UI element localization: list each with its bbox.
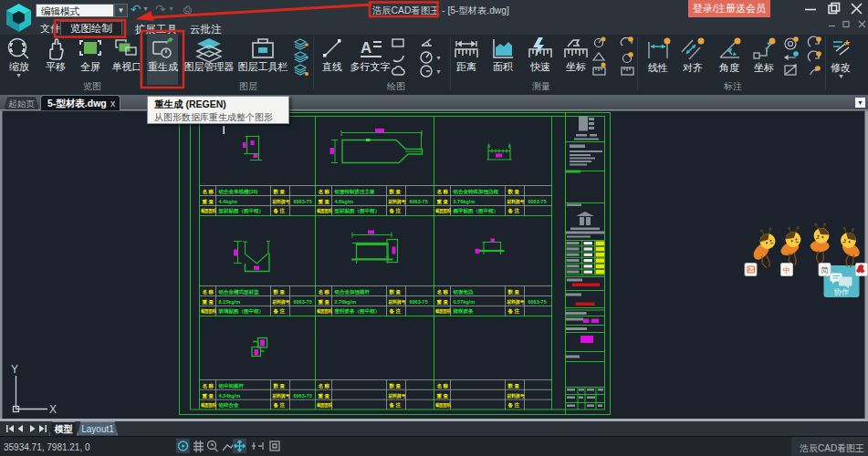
svg-text:名 称: 名 称: [202, 289, 214, 295]
svg-text:名 称: 名 称: [318, 383, 330, 389]
svg-text:6063-75: 6063-75: [410, 199, 428, 204]
svg-text:中: 中: [783, 265, 791, 275]
svg-text:6063-75: 6063-75: [410, 299, 428, 305]
svg-text:玻璃贴图（图中框）: 玻璃贴图（图中框）: [218, 308, 265, 315]
svg-text:Y: Y: [11, 363, 18, 376]
svg-text:重 量: 重 量: [202, 199, 214, 204]
svg-text:材料牌号: 材料牌号: [507, 199, 525, 205]
svg-text:简: 简: [821, 265, 829, 275]
svg-text:型材贴图（图中框）: 型材贴图（图中框）: [334, 208, 381, 214]
svg-text:重 量: 重 量: [318, 299, 330, 305]
svg-text:材料牌号: 材料牌号: [388, 299, 406, 306]
svg-text:重 量: 重 量: [202, 299, 214, 305]
svg-text:铝合金特殊加强边框: 铝合金特殊加强边框: [453, 189, 499, 195]
svg-text:0.57kg/m: 0.57kg/m: [454, 299, 476, 305]
svg-text:名 称: 名 称: [436, 189, 449, 195]
svg-text:6063-75: 6063-75: [528, 299, 547, 305]
svg-text:截面面积: 截面面积: [201, 308, 216, 315]
svg-text:名 称: 名 称: [202, 383, 214, 389]
svg-text:名 称: 名 称: [202, 189, 214, 195]
svg-text:备 注: 备 注: [507, 208, 520, 214]
svg-text:2.76kg/m: 2.76kg/m: [335, 299, 357, 305]
svg-text:截面面积: 截面面积: [317, 402, 332, 409]
svg-text:备 注: 备 注: [273, 308, 286, 315]
svg-text:4.34kg/m: 4.34kg/m: [219, 393, 241, 399]
svg-text:截面面积: 截面面积: [435, 208, 451, 214]
svg-text:材料牌号: 材料牌号: [507, 393, 525, 399]
svg-text:数 量: 数 量: [389, 189, 402, 194]
svg-text:材料牌号: 材料牌号: [388, 393, 406, 399]
svg-text:数 量: 数 量: [389, 383, 402, 389]
svg-text:铝锌合金: 铝锌合金: [218, 402, 240, 409]
svg-text:铝合金单线槽(38): 铝合金单线槽(38): [218, 189, 258, 195]
svg-text:重 量: 重 量: [436, 199, 449, 204]
svg-text:截面面积: 截面面积: [317, 208, 332, 214]
svg-text:备 注: 备 注: [273, 208, 286, 214]
svg-text:6063-75: 6063-75: [528, 199, 547, 204]
svg-text:数 量: 数 量: [273, 383, 286, 389]
svg-text:材料牌号: 材料牌号: [272, 299, 290, 306]
svg-text:型材贴图（图中框）: 型材贴图（图中框）: [218, 208, 265, 214]
svg-text:数 量: 数 量: [389, 289, 402, 295]
svg-text:6063-75: 6063-75: [294, 199, 312, 204]
svg-text:备 注: 备 注: [389, 208, 402, 214]
svg-text:材料牌号: 材料牌号: [272, 393, 290, 399]
svg-text:截面面积: 截面面积: [435, 308, 451, 315]
svg-text:4.4kg/m: 4.4kg/m: [219, 199, 238, 204]
svg-text:4.6kg/m: 4.6kg/m: [335, 199, 354, 204]
svg-text:数 量: 数 量: [507, 289, 520, 295]
svg-text:6063-75: 6063-75: [294, 299, 312, 305]
svg-text:截面面积: 截面面积: [201, 208, 216, 214]
svg-text:材料牌号: 材料牌号: [388, 199, 406, 205]
svg-text:名 称: 名 称: [436, 383, 449, 389]
svg-text:密封胶条（图中框）: 密封胶条（图中框）: [335, 308, 381, 315]
svg-text:铝中间横杆: 铝中间横杆: [218, 383, 245, 389]
svg-text:名 称: 名 称: [318, 189, 330, 195]
svg-text:备 注: 备 注: [389, 308, 402, 315]
svg-text:材料牌号: 材料牌号: [507, 299, 525, 306]
svg-text:椭字贴图（图中框）: 椭字贴图（图中框）: [453, 208, 499, 214]
svg-text:数 量: 数 量: [273, 289, 286, 295]
svg-text:截面面积: 截面面积: [435, 402, 451, 409]
svg-text:备 注: 备 注: [389, 402, 402, 409]
svg-text:名 称: 名 称: [318, 289, 330, 295]
svg-text:数 量: 数 量: [507, 383, 520, 389]
svg-text:牌嵌胶条: 牌嵌胶条: [453, 308, 475, 315]
svg-text:名 称: 名 称: [436, 289, 449, 295]
svg-text:X: X: [49, 403, 57, 416]
svg-text:铝合金加强横杆: 铝合金加强横杆: [334, 289, 371, 295]
svg-text:重 量: 重 量: [202, 393, 214, 399]
svg-text:重 量: 重 量: [318, 393, 330, 399]
svg-text:备 注: 备 注: [273, 402, 286, 409]
svg-text:备 注: 备 注: [507, 402, 520, 409]
svg-text:数 量: 数 量: [507, 189, 520, 194]
svg-text:数 量: 数 量: [273, 189, 286, 194]
svg-text:重 量: 重 量: [436, 299, 449, 305]
svg-text:铝合金槽式型材盖: 铝合金槽式型材盖: [218, 289, 260, 295]
svg-text:截面面积: 截面面积: [317, 308, 332, 315]
svg-text:材料牌号: 材料牌号: [272, 199, 290, 205]
svg-text:6063-75: 6063-75: [294, 393, 312, 399]
svg-text:协作: 协作: [834, 287, 850, 296]
svg-text:截面面积: 截面面积: [201, 402, 216, 409]
svg-text:重 量: 重 量: [436, 393, 449, 399]
svg-text:0.76kg/m: 0.76kg/m: [454, 199, 476, 204]
svg-text:备 注: 备 注: [507, 308, 520, 315]
svg-text:铝管特制挤压主板: 铝管特制挤压主板: [334, 189, 376, 195]
svg-text:8.15kg/m: 8.15kg/m: [219, 299, 241, 305]
svg-text:铝管包边: 铝管包边: [453, 289, 475, 295]
svg-text:重 量: 重 量: [318, 199, 330, 204]
